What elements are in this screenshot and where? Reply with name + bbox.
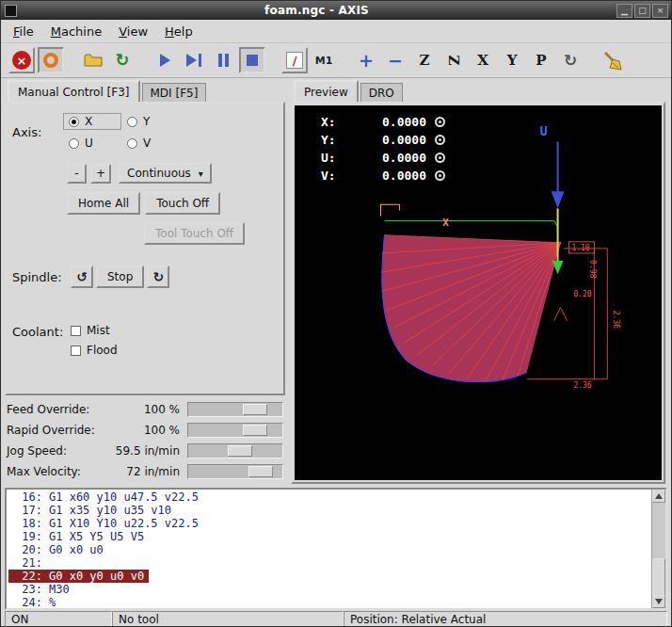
gcode-line[interactable]: 19:G1 X5 Y5 U5 V5 bbox=[8, 530, 651, 543]
flood-checkbox[interactable]: Flood bbox=[71, 344, 118, 357]
preview-canvas[interactable]: 1.10 0.98 0.20 2.36 2.36 U X X: 0.0000 bbox=[295, 105, 662, 480]
tool-touch-off-button: Tool Touch Off bbox=[144, 222, 245, 245]
overrides-section: Feed Override: 100 % Rapid Override: 100… bbox=[5, 395, 285, 484]
pause-button[interactable] bbox=[210, 47, 236, 73]
minimize-button[interactable]: ▁ bbox=[616, 4, 632, 18]
home-all-button[interactable]: Home All bbox=[67, 192, 140, 215]
view-z-rotated-button[interactable]: Z bbox=[440, 47, 467, 73]
slider-thumb[interactable] bbox=[243, 404, 267, 415]
spindle-forward-button[interactable]: ↻ bbox=[147, 265, 169, 288]
right-tabs: Preview DRO bbox=[291, 80, 665, 102]
tab-preview[interactable]: Preview bbox=[294, 80, 359, 102]
mist-label: Mist bbox=[87, 324, 110, 337]
menu-help[interactable]: Help bbox=[156, 22, 201, 41]
gcode-scrollbar[interactable] bbox=[651, 490, 665, 608]
axis-radio-y[interactable]: Y bbox=[121, 113, 180, 130]
feed-override-slider[interactable] bbox=[187, 402, 283, 417]
feed-override-label: Feed Override: bbox=[7, 403, 101, 416]
gcode-line-active[interactable]: 22:G0 x0 y0 u0 v0 bbox=[8, 570, 651, 583]
rapid-override-value: 100 % bbox=[101, 424, 187, 437]
dro-v-label: V: bbox=[321, 167, 344, 185]
slider-thumb[interactable] bbox=[248, 466, 273, 477]
run-icon bbox=[160, 54, 170, 67]
optional-stop-button[interactable]: M1 bbox=[311, 47, 337, 73]
close-button[interactable]: × bbox=[652, 4, 668, 18]
run-button[interactable] bbox=[152, 47, 178, 73]
gcode-line[interactable]: 18:G1 X10 Y10 u22.5 v22.5 bbox=[8, 517, 651, 530]
gcode-line[interactable]: 24:% bbox=[8, 596, 651, 608]
maximize-button[interactable]: □ bbox=[634, 4, 650, 18]
axis-radio-v[interactable]: V bbox=[121, 135, 180, 152]
gcode-line[interactable]: 23:M30 bbox=[8, 583, 651, 596]
axis-radio-x[interactable]: X bbox=[63, 113, 121, 130]
slider-thumb[interactable] bbox=[243, 425, 267, 436]
spindle-stop-button[interactable]: Stop bbox=[96, 265, 144, 288]
tab-manual-control[interactable]: Manual Control [F3] bbox=[8, 80, 140, 102]
view-perspective-button[interactable]: P bbox=[528, 47, 554, 73]
gcode-line[interactable]: 17:G1 x35 y10 u35 v10 bbox=[8, 504, 651, 517]
zoom-in-button[interactable]: + bbox=[353, 47, 379, 73]
step-button[interactable] bbox=[181, 47, 207, 73]
max-velocity-slider[interactable] bbox=[187, 464, 283, 479]
flood-label: Flood bbox=[87, 344, 118, 357]
mist-checkbox[interactable]: Mist bbox=[71, 324, 118, 337]
touch-off-button[interactable]: Touch Off bbox=[145, 192, 220, 215]
jog-mode-dropdown[interactable]: Continuous ▾ bbox=[119, 163, 212, 184]
right-panel: Preview DRO bbox=[291, 80, 665, 484]
jog-plus-button[interactable]: + bbox=[90, 164, 111, 184]
chevron-down-icon: ▾ bbox=[199, 169, 203, 179]
menu-machine[interactable]: Machine bbox=[42, 22, 110, 41]
open-file-button[interactable] bbox=[80, 47, 106, 73]
dro-x-value: 0.0000 bbox=[344, 113, 426, 131]
step-icon bbox=[186, 54, 197, 67]
stop-button[interactable] bbox=[239, 47, 265, 73]
gcode-line[interactable]: 16:G1 x60 y10 u47.5 v22.5 bbox=[8, 490, 651, 504]
window-title: foam.ngc - AXIS bbox=[17, 4, 616, 17]
menubar: File Machine View Help bbox=[1, 20, 671, 42]
dro-u-value: 0.0000 bbox=[344, 149, 426, 167]
rotate-view-icon: ↻ bbox=[564, 51, 577, 70]
rapid-override-slider[interactable] bbox=[187, 423, 283, 438]
skip-lines-button[interactable]: / bbox=[281, 47, 308, 73]
zoom-out-button[interactable]: − bbox=[382, 47, 408, 73]
toolbar: × ↻ / M1 bbox=[1, 42, 671, 78]
reload-button[interactable]: ↻ bbox=[109, 47, 136, 73]
optional-stop-icon: M1 bbox=[315, 55, 333, 67]
spindle-reverse-button[interactable]: ↺ bbox=[71, 265, 93, 288]
spindle-label: Spindle: bbox=[12, 270, 71, 284]
view-perspective-icon: P bbox=[536, 52, 546, 69]
axis-window: foam.ngc - AXIS ▁ □ × File Machine View … bbox=[0, 0, 672, 627]
position-mode-cell: Position: Relative Actual bbox=[344, 611, 667, 627]
dro-row-y: Y: 0.0000 bbox=[321, 131, 445, 149]
jog-speed-slider[interactable] bbox=[187, 443, 283, 458]
zoom-out-icon: − bbox=[388, 52, 403, 70]
feed-override-value: 100 % bbox=[101, 403, 187, 416]
view-x-button[interactable]: X bbox=[470, 47, 496, 73]
tab-dro[interactable]: DRO bbox=[360, 83, 403, 102]
machine-power-button[interactable] bbox=[38, 47, 64, 73]
slider-thumb[interactable] bbox=[228, 445, 252, 457]
gcode-line[interactable]: 20:G0 x0 u0 bbox=[8, 543, 651, 556]
rotate-view-button[interactable]: ↻ bbox=[557, 47, 584, 73]
checkbox-icon bbox=[71, 326, 81, 336]
axis-radio-u[interactable]: U bbox=[63, 135, 121, 152]
tab-mdi[interactable]: MDI [F5] bbox=[142, 83, 207, 102]
dro-row-v: V: 0.0000 bbox=[321, 167, 445, 185]
scroll-down-icon[interactable] bbox=[652, 595, 665, 608]
view-z-button[interactable]: Z bbox=[411, 47, 438, 73]
menu-view[interactable]: View bbox=[110, 22, 156, 41]
scroll-up-icon[interactable] bbox=[652, 490, 665, 503]
view-y-button[interactable]: Y bbox=[499, 47, 525, 73]
gcode-line[interactable]: 21: bbox=[8, 556, 651, 570]
jog-speed-label: Jog Speed: bbox=[7, 444, 101, 458]
estop-icon: × bbox=[12, 51, 31, 70]
homed-icon bbox=[435, 170, 445, 181]
radio-dot-icon bbox=[69, 138, 79, 149]
estop-button[interactable]: × bbox=[8, 47, 35, 73]
titlebar[interactable]: foam.ngc - AXIS ▁ □ × bbox=[1, 1, 671, 20]
clear-plot-button[interactable] bbox=[600, 47, 626, 73]
gcode-listing: 16:G1 x60 y10 u47.5 v22.5 17:G1 x35 y10 … bbox=[5, 488, 667, 610]
jog-minus-button[interactable]: - bbox=[67, 164, 87, 184]
gcode-text[interactable]: 16:G1 x60 y10 u47.5 v22.5 17:G1 x35 y10 … bbox=[7, 490, 651, 608]
menu-file[interactable]: File bbox=[5, 22, 42, 41]
